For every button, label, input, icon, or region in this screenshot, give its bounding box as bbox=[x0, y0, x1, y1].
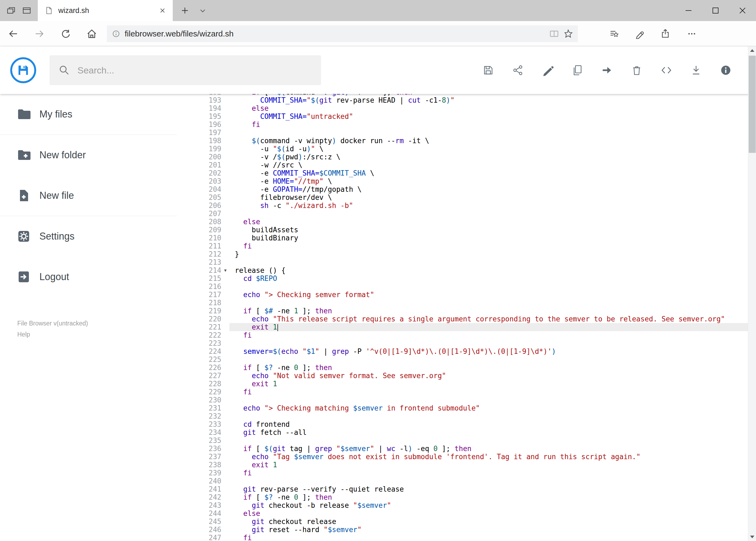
code-line[interactable]: 217 echo "> Checking semver format" bbox=[177, 290, 756, 299]
set-tabs-aside-icon[interactable] bbox=[6, 6, 16, 15]
tab-close-icon[interactable] bbox=[159, 7, 166, 14]
code-line[interactable]: 196 fi bbox=[177, 121, 756, 129]
web-note-pen-icon[interactable] bbox=[627, 29, 653, 39]
rename-button[interactable] bbox=[541, 64, 554, 77]
site-info-icon[interactable] bbox=[112, 29, 121, 38]
code-text[interactable]: sh -c "./wizard.sh -b" bbox=[229, 202, 756, 210]
code-text[interactable] bbox=[229, 129, 756, 137]
code-line[interactable]: 227 echo "Not valid semver format. See s… bbox=[177, 372, 756, 380]
back-button[interactable] bbox=[0, 28, 26, 39]
code-text[interactable]: -e COMMIT_SHA=$COMMIT_SHA \ bbox=[229, 169, 756, 177]
info-button[interactable] bbox=[719, 64, 732, 77]
code-line[interactable]: 237 echo "Tag $semver does not exist in … bbox=[177, 453, 756, 461]
code-text[interactable] bbox=[229, 396, 756, 404]
code-line[interactable]: 200 -v /$(pwd):/src:z \ bbox=[177, 153, 756, 161]
sidebar-item-new-folder[interactable]: New folder bbox=[0, 135, 177, 175]
code-text[interactable]: exit 1 bbox=[229, 380, 756, 388]
sidebar-item-my-files[interactable]: My files bbox=[0, 94, 177, 135]
code-text[interactable]: release () { bbox=[229, 266, 756, 274]
address-bar[interactable]: filebrowser.web/files/wizard.sh bbox=[107, 25, 578, 42]
scroll-down-arrow-icon[interactable] bbox=[748, 533, 756, 541]
code-line[interactable]: 241 git rev-parse --verify --quiet relea… bbox=[177, 485, 756, 493]
code-text[interactable]: cd frontend bbox=[229, 420, 756, 428]
help-link[interactable]: Help bbox=[17, 331, 177, 338]
code-text[interactable]: $(command -v winpty) docker run --rm -it… bbox=[229, 137, 756, 145]
code-text[interactable]: if [ $# -ne 1 ]; then bbox=[229, 307, 756, 315]
code-line[interactable]: 245 git checkout release bbox=[177, 517, 756, 526]
code-text[interactable]: -e HOME="//tmp" \ bbox=[229, 177, 756, 185]
code-text[interactable] bbox=[229, 412, 756, 420]
sidebar-item-logout[interactable]: Logout bbox=[0, 257, 177, 297]
code-text[interactable]: buildAssets bbox=[229, 226, 756, 234]
share-icon[interactable] bbox=[653, 29, 679, 39]
code-text[interactable]: if [ "$(command -v git)" != "" ]; then bbox=[229, 94, 756, 96]
search-bar[interactable] bbox=[50, 55, 321, 85]
code-text[interactable]: fi bbox=[229, 331, 756, 339]
search-input[interactable] bbox=[78, 65, 312, 76]
code-line[interactable]: 225 bbox=[177, 355, 756, 363]
code-text[interactable]: exit 1 bbox=[229, 461, 756, 469]
sidebar-item-new-file[interactable]: New file bbox=[0, 175, 177, 216]
code-line[interactable]: 228 exit 1 bbox=[177, 380, 756, 388]
delete-button[interactable] bbox=[630, 64, 643, 77]
code-line[interactable]: 246 git reset --hard "$semver" bbox=[177, 526, 756, 534]
refresh-button[interactable] bbox=[52, 28, 79, 39]
code-line[interactable]: 226 if [ $? -ne 0 ]; then bbox=[177, 363, 756, 372]
window-maximize-button[interactable] bbox=[702, 0, 729, 21]
code-text[interactable]: COMMIT_SHA="untracked" bbox=[229, 112, 756, 121]
code-text[interactable]: else bbox=[229, 509, 756, 517]
code-text[interactable]: -w //src \ bbox=[229, 161, 756, 169]
code-text[interactable]: if [ $? -ne 0 ]; then bbox=[229, 363, 756, 372]
code-text[interactable]: -v /$(pwd):/src:z \ bbox=[229, 153, 756, 161]
active-code-line[interactable]: exit 1 bbox=[229, 323, 756, 331]
tab-list-chevron-icon[interactable] bbox=[199, 7, 206, 14]
code-line[interactable]: 194 else bbox=[177, 104, 756, 112]
share-file-button[interactable] bbox=[511, 64, 524, 77]
code-line[interactable]: 208 else bbox=[177, 218, 756, 226]
code-text[interactable]: fi bbox=[229, 534, 756, 541]
code-line[interactable]: 203 -e HOME="//tmp" \ bbox=[177, 177, 756, 185]
code-line[interactable]: 195 COMMIT_SHA="untracked" bbox=[177, 112, 756, 121]
scrollbar-thumb[interactable] bbox=[749, 56, 756, 153]
code-line[interactable]: 233 cd frontend bbox=[177, 420, 756, 428]
code-line[interactable]: 209 buildAssets bbox=[177, 226, 756, 234]
code-text[interactable]: cd $REPO bbox=[229, 274, 756, 282]
code-line[interactable]: 229 fi bbox=[177, 388, 756, 396]
code-text[interactable]: COMMIT_SHA="$(git rev-parse HEAD | cut -… bbox=[229, 96, 756, 104]
code-text[interactable]: git rev-parse --verify --quiet release bbox=[229, 485, 756, 493]
save-button[interactable] bbox=[482, 64, 495, 77]
window-close-button[interactable] bbox=[729, 0, 756, 21]
code-line[interactable]: 218 bbox=[177, 299, 756, 307]
raw-code-button[interactable] bbox=[660, 64, 673, 77]
code-text[interactable]: buildBinary bbox=[229, 234, 756, 242]
code-text[interactable]: -u "$(id -u)" \ bbox=[229, 145, 756, 153]
window-minimize-button[interactable] bbox=[675, 0, 702, 21]
code-text[interactable]: echo "Tag $semver does not exist in subm… bbox=[229, 453, 756, 461]
app-logo[interactable] bbox=[10, 57, 36, 83]
code-line[interactable]: 205 filebrowser/dev \ bbox=[177, 194, 756, 202]
sidebar-item-settings[interactable]: Settings bbox=[0, 216, 177, 257]
more-options-icon[interactable] bbox=[679, 29, 705, 39]
reading-view-icon[interactable] bbox=[549, 29, 559, 39]
code-line[interactable]: 242 if [ $? -ne 0 ]; then bbox=[177, 493, 756, 501]
tab-preview-icon[interactable] bbox=[22, 6, 31, 15]
code-line[interactable]: 239 fi bbox=[177, 469, 756, 477]
url-text[interactable]: filebrowser.web/files/wizard.sh bbox=[125, 29, 545, 38]
code-text[interactable] bbox=[229, 355, 756, 363]
code-line[interactable]: 236 if [ $(git tag | grep "$semver" | wc… bbox=[177, 445, 756, 453]
code-line[interactable]: 230 bbox=[177, 396, 756, 404]
copy-button[interactable] bbox=[571, 64, 584, 77]
code-line[interactable]: 240 bbox=[177, 477, 756, 485]
code-line[interactable]: 219 if [ $# -ne 1 ]; then bbox=[177, 307, 756, 315]
code-line[interactable]: 234 git fetch --all bbox=[177, 428, 756, 436]
code-line[interactable]: 215 cd $REPO bbox=[177, 274, 756, 282]
code-text[interactable] bbox=[229, 299, 756, 307]
code-line[interactable]: 204 -e GOPATH=//tmp/gopath \ bbox=[177, 185, 756, 194]
forward-button[interactable] bbox=[26, 28, 52, 39]
fold-open-icon[interactable]: ▼ bbox=[221, 266, 229, 274]
code-text[interactable]: -e GOPATH=//tmp/gopath \ bbox=[229, 185, 756, 194]
code-text[interactable]: } bbox=[229, 250, 756, 258]
code-text[interactable]: fi bbox=[229, 388, 756, 396]
code-text[interactable]: git reset --hard "$semver" bbox=[229, 526, 756, 534]
code-line[interactable]: 247 fi bbox=[177, 534, 756, 541]
